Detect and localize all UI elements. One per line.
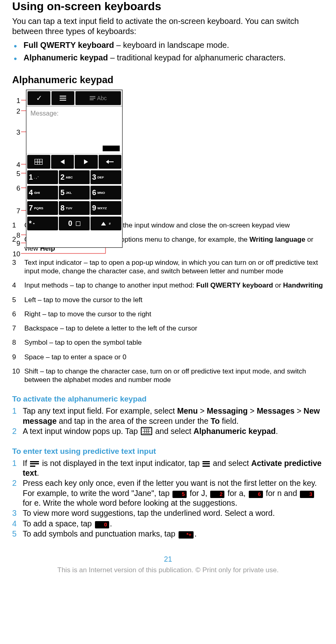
key-3[interactable]: 3DEF	[90, 170, 121, 184]
keyboard-icon	[141, 427, 152, 435]
input-mode-label: Abc	[97, 95, 107, 101]
step-number: 1	[12, 406, 23, 416]
callout-text: Symbol – tap to open the symbol table	[24, 338, 142, 347]
step-text: Tap any text input field. For example, s…	[23, 406, 324, 426]
bullet-icon: •	[14, 41, 24, 52]
predictive-icon	[90, 96, 95, 100]
callout-text: Space – tap to enter a space or 0	[24, 353, 126, 361]
space-key[interactable]: 0	[59, 217, 90, 230]
callout-num-7: 7	[12, 207, 20, 215]
callout-text: Text input indicator – tap to open a pop…	[24, 258, 324, 276]
callout-text: Input methods – tap to change to another…	[24, 281, 323, 290]
activate-steps: 1Tap any text input field. For example, …	[12, 406, 324, 436]
page-number: 21	[12, 555, 324, 564]
step-number: 2	[12, 478, 23, 488]
arrow-left-icon	[60, 159, 65, 164]
shift-key[interactable]: #	[90, 217, 121, 230]
callout-text: Backspace – tap to delete a letter to th…	[24, 324, 197, 333]
key-chip-6: 6	[249, 491, 263, 498]
callout-number: 8	[12, 338, 24, 347]
bullet-icon: •	[14, 53, 24, 65]
callout-text: Left – tap to move the cursor to the lef…	[24, 296, 142, 304]
page-title: Using on-screen keyboards	[12, 0, 324, 13]
callout-num-5: 5	[12, 170, 20, 178]
predictive-steps: 1If is not displayed in the text input i…	[12, 458, 324, 539]
callout-num-1: 1	[12, 97, 20, 105]
close-button[interactable]: ✓	[28, 91, 50, 105]
predictive-icon	[30, 461, 39, 467]
key-6[interactable]: 6MNO	[90, 186, 121, 200]
key-chip-0: 0	[95, 521, 109, 528]
callout-num-6: 6	[12, 185, 20, 193]
step-text: To add a space, tap 0.	[23, 519, 112, 528]
options-button[interactable]	[52, 91, 74, 105]
text-input-indicator[interactable]: Abc	[75, 91, 121, 105]
message-field[interactable]: Message:	[26, 107, 122, 154]
key-chip-3: 3	[300, 491, 314, 498]
keyboard-icon	[34, 159, 43, 165]
space-icon	[76, 221, 80, 226]
key-8[interactable]: 8TUV	[59, 201, 90, 215]
callout-num-4: 4	[12, 161, 20, 169]
kb-type-alnum-label: Alphanumeric keypad	[24, 53, 108, 62]
key-7[interactable]: 7PQRS	[27, 201, 58, 215]
kb-type-qwerty-label: Full QWERTY keyboard	[24, 41, 114, 49]
callout-num-3: 3	[12, 129, 20, 137]
predictive-heading: To enter text using predictive text inpu…	[12, 447, 324, 456]
key-1[interactable]: 1. , '	[27, 170, 58, 184]
callout-number: 10	[12, 367, 24, 384]
step-number: 2	[12, 426, 23, 436]
input-method-key[interactable]	[27, 155, 50, 169]
symbol-key[interactable]: *+	[27, 217, 58, 230]
callout-number: 4	[12, 281, 24, 290]
left-key[interactable]	[51, 155, 74, 169]
step-text: If is not displayed in the text input in…	[23, 458, 324, 478]
callout-number: 6	[12, 310, 24, 318]
activate-heading: To activate the alphanumeric keypad	[12, 395, 324, 404]
menu-icon	[60, 96, 66, 101]
intro-text: You can tap a text input field to activa…	[12, 16, 324, 36]
key-4[interactable]: 4GHI	[27, 186, 58, 200]
callout-number: 1	[12, 221, 24, 230]
callout-num-2: 2	[12, 107, 20, 116]
step-text: To view more word suggestions, tap the u…	[23, 508, 275, 518]
right-key[interactable]	[75, 155, 98, 169]
key-5[interactable]: 5JKL	[59, 186, 90, 200]
callout-num-9: 9	[12, 240, 20, 248]
key-2[interactable]: 2ABC	[59, 170, 90, 184]
step-text: To add symbols and punctuation marks, ta…	[23, 529, 197, 539]
key-chip-2: 2	[210, 491, 224, 498]
char-counter	[103, 146, 120, 151]
callout-text: Right – tap to move the cursor to the ri…	[24, 310, 151, 318]
keyboard-types-list: • Full QWERTY keyboard – keyboard in lan…	[12, 41, 324, 64]
callout-number: 7	[12, 324, 24, 333]
message-placeholder: Message:	[30, 110, 58, 117]
step-number: 1	[12, 458, 23, 468]
footer-text: This is an Internet version of this publ…	[12, 566, 324, 574]
step-text: Press each key only once, even if the le…	[23, 478, 324, 508]
callout-number: 3	[12, 258, 24, 276]
callout-num-8: 8	[12, 232, 20, 240]
shift-icon	[101, 222, 106, 225]
step-number: 5	[12, 529, 23, 539]
key-chip-5: 5	[172, 491, 187, 498]
callout-number: 9	[12, 353, 24, 361]
backspace-icon	[106, 160, 114, 164]
key-chip-star: *+	[179, 531, 194, 539]
kb-type-qwerty-desc: – keyboard in landscape mode.	[114, 41, 229, 49]
key-9[interactable]: 9WXYZ	[90, 201, 121, 215]
callout-text: Shift – tap to change the character case…	[24, 367, 324, 384]
kb-type-alnum-desc: – traditional keypad for alphanumeric ch…	[108, 53, 286, 62]
step-text: A text input window pops up. Tap and sel…	[23, 426, 278, 436]
backspace-key[interactable]	[99, 155, 122, 169]
alnum-keypad-heading: Alphanumeric keypad	[12, 74, 324, 86]
step-number: 4	[12, 519, 23, 528]
step-number: 3	[12, 508, 23, 518]
options-icon	[202, 461, 210, 467]
callout-number: 5	[12, 296, 24, 304]
arrow-right-icon	[84, 159, 88, 164]
callout-num-10: 10	[12, 250, 20, 258]
